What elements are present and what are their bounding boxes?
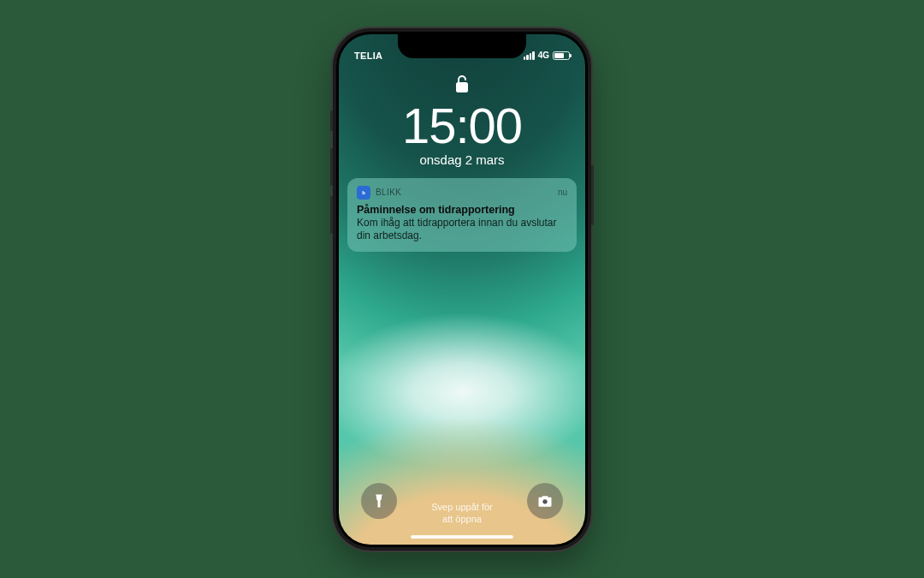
network-label: 4G bbox=[538, 51, 549, 60]
signal-icon bbox=[524, 51, 535, 60]
quick-actions bbox=[339, 483, 585, 519]
clock-time: 15:00 bbox=[339, 101, 585, 151]
lock-screen[interactable]: TELIA 4G 15:00 onsdag 2 mars bbox=[339, 34, 585, 545]
app-icon: b bbox=[357, 186, 370, 200]
unlock-icon bbox=[453, 74, 471, 98]
phone-frame: TELIA 4G 15:00 onsdag 2 mars bbox=[333, 28, 591, 551]
camera-button[interactable] bbox=[527, 483, 563, 519]
notch bbox=[398, 34, 526, 58]
battery-icon bbox=[553, 51, 570, 60]
notification-body: Kom ihåg att tidrapportera innan du avsl… bbox=[357, 217, 567, 242]
notification-app-name: BLIKK bbox=[376, 188, 401, 197]
silence-switch[interactable] bbox=[330, 110, 333, 131]
svg-rect-0 bbox=[456, 82, 468, 92]
notification-time: nu bbox=[558, 188, 567, 197]
volume-down-button[interactable] bbox=[330, 196, 333, 234]
home-indicator[interactable] bbox=[411, 535, 513, 539]
status-right: 4G bbox=[524, 51, 570, 60]
svg-point-1 bbox=[542, 499, 547, 504]
flashlight-button[interactable] bbox=[361, 483, 397, 519]
clock-date: onsdag 2 mars bbox=[339, 152, 585, 167]
notification-header: b BLIKK nu bbox=[357, 186, 567, 200]
power-button[interactable] bbox=[591, 165, 594, 225]
notification-card[interactable]: b BLIKK nu Påminnelse om tidrapportering… bbox=[347, 178, 577, 252]
notification-title: Påminnelse om tidrapportering bbox=[357, 204, 567, 216]
lock-area: 15:00 onsdag 2 mars bbox=[339, 74, 585, 167]
volume-up-button[interactable] bbox=[330, 148, 333, 186]
phone-bezel: TELIA 4G 15:00 onsdag 2 mars bbox=[336, 32, 588, 547]
carrier-label: TELIA bbox=[354, 51, 382, 61]
